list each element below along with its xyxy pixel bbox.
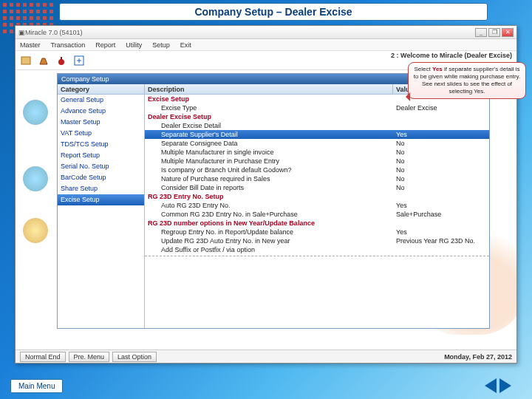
detail-description: Nature of Purchase required in Sales <box>145 174 393 183</box>
detail-value: Previous Year RG 23D No. <box>393 236 489 245</box>
detail-row[interactable]: Auto RG 23D Entry No.Yes <box>145 201 489 210</box>
status-btn-pre-menu[interactable]: Pre. Menu <box>69 352 110 362</box>
detail-row[interactable]: Is company or Branch Unit default Godown… <box>145 166 489 174</box>
detail-row[interactable]: Common RG 23D Entry No. in Sale+Purchase… <box>145 210 489 219</box>
detail-value: Yes <box>393 228 489 236</box>
status-date: Monday, Feb 27, 2012 <box>444 353 512 361</box>
svg-rect-2 <box>61 57 62 60</box>
prev-arrow-icon[interactable] <box>485 378 497 393</box>
category-item[interactable]: TDS/TCS Setup <box>58 139 144 150</box>
maximize-button[interactable]: ❐ <box>488 28 500 37</box>
help-callout: Select Yes if separate supplier's detail… <box>408 62 526 99</box>
app-icon: ▣ <box>18 29 25 36</box>
menu-utility[interactable]: Utility <box>126 41 142 49</box>
menu-exit[interactable]: Exit <box>180 41 191 49</box>
detail-description: Consider Bill Date in reports <box>145 183 393 192</box>
detail-value: No <box>393 139 489 148</box>
detail-description: Common RG 23D Entry No. in Sale+Purchase <box>145 210 393 219</box>
status-btn-last-option[interactable]: Last Option <box>112 352 157 362</box>
deco-icon <box>23 166 48 191</box>
detail-description: RG 23D number options in New Year/Update… <box>145 219 393 228</box>
category-list: General SetupAdvance SetupMaster SetupVA… <box>58 95 145 328</box>
detail-value <box>393 219 489 228</box>
menu-setup[interactable]: Setup <box>152 41 170 49</box>
slide-title-bar: Company Setup – Dealer Excise <box>59 3 488 21</box>
company-setup-window: Company Setup Category Description Value… <box>57 73 490 329</box>
detail-description: Add Suffix or Postfix / via option <box>145 245 393 254</box>
detail-value: Dealer Excise <box>393 103 489 112</box>
menu-report[interactable]: Report <box>95 41 115 49</box>
statusbar: Normal End Pre. Menu Last Option Monday,… <box>16 349 516 363</box>
deco-icon <box>23 218 48 243</box>
detail-value <box>393 192 489 201</box>
detail-value: No <box>393 157 489 166</box>
detail-row[interactable]: Separate Consignee DataNo <box>145 139 489 148</box>
toolbar-icon-4[interactable] <box>73 55 85 66</box>
callout-emph: Yes <box>432 66 443 72</box>
minimize-button[interactable]: _ <box>475 28 487 37</box>
detail-description: Separate Consignee Data <box>145 139 393 148</box>
category-item[interactable]: Master Setup <box>58 117 144 128</box>
detail-description: Dealer Excise Setup <box>145 112 393 121</box>
svg-rect-0 <box>21 57 30 64</box>
close-button[interactable]: ✕ <box>502 28 514 37</box>
detail-row[interactable]: Dealer Excise Detail <box>145 121 489 130</box>
window-caption: Miracle 7.0 (54101) <box>25 29 475 36</box>
header-description: Description <box>145 84 393 94</box>
callout-text-before: Select <box>415 66 432 72</box>
detail-value <box>393 121 489 130</box>
detail-description: Separate Supplier's Detail <box>145 130 393 139</box>
detail-value: No <box>393 166 489 174</box>
detail-description: Dealer Excise Detail <box>145 121 393 130</box>
window-titlebar: ▣ Miracle 7.0 (54101) _ ❐ ✕ <box>16 26 516 39</box>
category-item[interactable]: Serial No. Setup <box>58 161 144 172</box>
detail-value: No <box>393 183 489 192</box>
category-item[interactable]: Advance Setup <box>58 106 144 117</box>
detail-row[interactable]: Regroup Entry No. in Report/Update balan… <box>145 228 489 236</box>
status-btn-normal-end[interactable]: Normal End <box>20 352 66 362</box>
detail-description: RG 23D Entry No. Setup <box>145 192 393 201</box>
detail-description: Update RG 23D Auto Entry No. in New year <box>145 236 393 245</box>
category-item[interactable]: Excise Setup <box>58 194 144 205</box>
detail-description: Regroup Entry No. in Report/Update balan… <box>145 228 393 236</box>
category-item[interactable]: VAT Setup <box>58 128 144 139</box>
menu-transaction[interactable]: Transaction <box>51 41 86 49</box>
setup-body: General SetupAdvance SetupMaster SetupVA… <box>58 95 489 328</box>
detail-value <box>393 245 489 254</box>
detail-description: Auto RG 23D Entry No. <box>145 201 393 210</box>
detail-description: Multiple Manufacturer in single invoice <box>145 148 393 157</box>
category-item[interactable]: General Setup <box>58 95 144 106</box>
next-arrow-icon[interactable] <box>499 378 511 393</box>
detail-description: Excise Type <box>145 103 393 112</box>
menubar: Master Transaction Report Utility Setup … <box>16 39 516 51</box>
category-item[interactable]: BarCode Setup <box>58 172 144 183</box>
detail-description: Excise Setup <box>145 95 393 103</box>
detail-description: Multiple Manufacturer in Purchase Entry <box>145 157 393 166</box>
deco-icon <box>23 100 48 125</box>
detail-row[interactable]: Update RG 23D Auto Entry No. in New year… <box>145 236 489 245</box>
detail-row[interactable]: Separate Supplier's DetailYes <box>145 130 489 139</box>
slide-title: Company Setup – Dealer Excise <box>194 6 352 18</box>
main-menu-button[interactable]: Main Menu <box>10 379 63 393</box>
category-item[interactable]: Share Setup <box>58 183 144 194</box>
menu-master[interactable]: Master <box>20 41 41 49</box>
detail-row[interactable]: Nature of Purchase required in SalesNo <box>145 174 489 183</box>
toolbar-icon-2[interactable] <box>38 55 50 66</box>
detail-row[interactable]: Multiple Manufacturer in single invoiceN… <box>145 148 489 157</box>
detail-panel: Excise SetupExcise TypeDealer ExciseDeal… <box>145 95 489 328</box>
detail-value: No <box>393 148 489 157</box>
detail-value: Yes <box>393 201 489 210</box>
detail-row[interactable]: Consider Bill Date in reportsNo <box>145 183 489 192</box>
detail-value: No <box>393 174 489 183</box>
welcome-line1: 2 : Welcome to Miracle (Dealer Excise) <box>391 51 512 60</box>
detail-row[interactable]: Excise TypeDealer Excise <box>145 103 489 112</box>
toolbar-icon-1[interactable] <box>20 55 32 66</box>
detail-section-header: Dealer Excise Setup <box>145 112 489 121</box>
slide-nav <box>485 378 511 393</box>
detail-row[interactable]: Add Suffix or Postfix / via option <box>145 245 489 254</box>
detail-row[interactable]: Multiple Manufacturer in Purchase EntryN… <box>145 157 489 166</box>
toolbar-icon-3[interactable] <box>55 55 67 66</box>
detail-section-header: RG 23D number options in New Year/Update… <box>145 219 489 228</box>
detail-value: Sale+Purchase <box>393 210 489 219</box>
category-item[interactable]: Report Setup <box>58 150 144 161</box>
